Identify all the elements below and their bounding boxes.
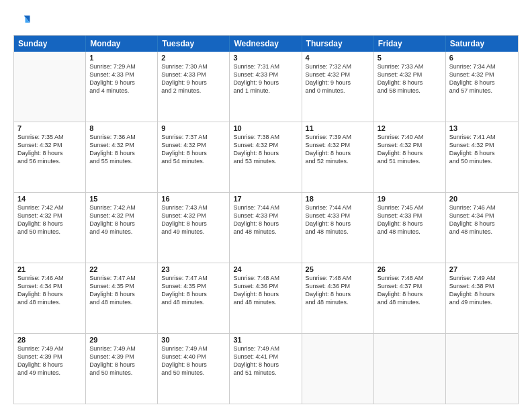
cell-line: Daylight: 8 hours [161, 220, 226, 228]
cell-line: Sunrise: 7:49 AM [17, 345, 82, 353]
day-cell-26: 26Sunrise: 7:48 AMSunset: 4:37 PMDayligh… [374, 263, 446, 333]
cell-line: Sunset: 4:40 PM [161, 353, 226, 361]
cell-line: Sunset: 4:32 PM [89, 141, 154, 149]
cell-line: Sunrise: 7:29 AM [89, 62, 154, 71]
cell-line: Sunrise: 7:43 AM [161, 203, 226, 212]
calendar-row-3: 21Sunrise: 7:46 AMSunset: 4:34 PMDayligh… [14, 263, 518, 333]
cell-line: Sunrise: 7:33 AM [378, 62, 442, 71]
cell-line: Daylight: 8 hours [89, 220, 154, 228]
cell-line: Sunrise: 7:44 AM [233, 203, 298, 212]
day-cell-14: 14Sunrise: 7:42 AMSunset: 4:32 PMDayligh… [14, 193, 86, 263]
cell-line: Sunrise: 7:44 AM [306, 203, 370, 212]
cell-line: and 57 minutes. [449, 87, 515, 95]
cell-line: Daylight: 8 hours [89, 149, 154, 157]
header [13, 12, 519, 31]
cell-line: Sunrise: 7:42 AM [17, 203, 82, 212]
day-number: 2 [161, 54, 226, 62]
cell-line: and 51 minutes. [378, 157, 442, 165]
day-number: 22 [89, 265, 154, 273]
cell-line: and 49 minutes. [161, 228, 226, 236]
cell-line: Sunset: 4:34 PM [17, 282, 82, 290]
day-number: 17 [233, 195, 298, 203]
day-cell-10: 10Sunrise: 7:38 AMSunset: 4:32 PMDayligh… [230, 122, 302, 192]
calendar-row-1: 7Sunrise: 7:35 AMSunset: 4:32 PMDaylight… [14, 122, 518, 192]
day-cell-21: 21Sunrise: 7:46 AMSunset: 4:34 PMDayligh… [14, 263, 86, 333]
cell-line: Sunrise: 7:49 AM [449, 274, 515, 282]
cell-line: Daylight: 8 hours [233, 220, 298, 228]
day-number: 10 [233, 124, 298, 132]
day-number: 3 [233, 54, 298, 62]
cell-line: Sunset: 4:32 PM [378, 141, 442, 149]
cell-line: Sunrise: 7:32 AM [306, 62, 370, 71]
day-cell-22: 22Sunrise: 7:47 AMSunset: 4:35 PMDayligh… [86, 263, 158, 333]
cell-line: and 1 minute. [233, 87, 298, 95]
day-number: 31 [233, 336, 298, 344]
day-cell-13: 13Sunrise: 7:41 AMSunset: 4:32 PMDayligh… [446, 122, 518, 192]
cell-line: and 48 minutes. [233, 298, 298, 306]
day-cell-24: 24Sunrise: 7:48 AMSunset: 4:36 PMDayligh… [230, 263, 302, 333]
cell-line: and 48 minutes. [161, 298, 226, 306]
cell-line: Sunrise: 7:34 AM [449, 62, 515, 71]
day-cell-30: 30Sunrise: 7:49 AMSunset: 4:40 PMDayligh… [158, 334, 230, 404]
cell-line: and 0 minutes. [306, 87, 370, 95]
header-day-sunday: Sunday [14, 36, 86, 52]
cell-line: and 49 minutes. [449, 298, 515, 306]
cell-line: Daylight: 8 hours [306, 220, 370, 228]
cell-line: Sunset: 4:36 PM [306, 282, 370, 290]
day-number: 9 [161, 124, 226, 132]
cell-line: Sunset: 4:32 PM [306, 71, 370, 79]
cell-line: and 48 minutes. [306, 228, 370, 236]
cell-line: and 48 minutes. [306, 298, 370, 306]
day-cell-3: 3Sunrise: 7:31 AMSunset: 4:33 PMDaylight… [230, 52, 302, 122]
cell-line: Sunset: 4:33 PM [378, 212, 442, 220]
day-number: 6 [449, 54, 515, 62]
calendar-body: 1Sunrise: 7:29 AMSunset: 4:33 PMDaylight… [14, 52, 518, 404]
cell-line: and 48 minutes. [378, 298, 442, 306]
day-cell-9: 9Sunrise: 7:37 AMSunset: 4:32 PMDaylight… [158, 122, 230, 192]
day-number: 25 [306, 265, 370, 273]
day-number: 23 [161, 265, 226, 273]
day-number: 12 [378, 124, 442, 132]
header-day-thursday: Thursday [302, 36, 374, 52]
cell-line: Daylight: 8 hours [17, 361, 82, 369]
cell-line: Daylight: 9 hours [161, 79, 226, 87]
cell-line: Sunrise: 7:47 AM [161, 274, 226, 282]
day-cell-29: 29Sunrise: 7:49 AMSunset: 4:39 PMDayligh… [86, 334, 158, 404]
cell-line: and 48 minutes. [378, 228, 442, 236]
page: SundayMondayTuesdayWednesdayThursdayFrid… [0, 0, 532, 411]
day-cell-16: 16Sunrise: 7:43 AMSunset: 4:32 PMDayligh… [158, 193, 230, 263]
cell-line: Sunset: 4:32 PM [89, 212, 154, 220]
day-cell-12: 12Sunrise: 7:40 AMSunset: 4:32 PMDayligh… [374, 122, 446, 192]
cell-line: Daylight: 8 hours [378, 220, 442, 228]
cell-line: Sunrise: 7:39 AM [306, 133, 370, 141]
cell-line: and 49 minutes. [17, 369, 82, 377]
cell-line: Daylight: 8 hours [378, 290, 442, 298]
cell-line: Sunset: 4:39 PM [89, 353, 154, 361]
day-number: 7 [17, 124, 82, 132]
cell-line: and 48 minutes. [449, 228, 515, 236]
cell-line: Sunset: 4:33 PM [233, 71, 298, 79]
cell-line: Daylight: 8 hours [306, 290, 370, 298]
day-number: 15 [89, 195, 154, 203]
day-number: 8 [89, 124, 154, 132]
empty-cell [302, 334, 374, 404]
day-cell-28: 28Sunrise: 7:49 AMSunset: 4:39 PMDayligh… [14, 334, 86, 404]
day-number: 26 [378, 265, 442, 273]
day-cell-1: 1Sunrise: 7:29 AMSunset: 4:33 PMDaylight… [86, 52, 158, 122]
day-cell-25: 25Sunrise: 7:48 AMSunset: 4:36 PMDayligh… [302, 263, 374, 333]
day-cell-23: 23Sunrise: 7:47 AMSunset: 4:35 PMDayligh… [158, 263, 230, 333]
cell-line: Sunset: 4:35 PM [161, 282, 226, 290]
cell-line: Sunrise: 7:49 AM [233, 345, 298, 353]
cell-line: and 50 minutes. [161, 369, 226, 377]
empty-cell [374, 334, 446, 404]
cell-line: and 48 minutes. [17, 298, 82, 306]
header-day-saturday: Saturday [446, 36, 518, 52]
day-cell-31: 31Sunrise: 7:49 AMSunset: 4:41 PMDayligh… [230, 334, 302, 404]
cell-line: Sunrise: 7:46 AM [17, 274, 82, 282]
cell-line: Sunset: 4:32 PM [17, 212, 82, 220]
cell-line: and 2 minutes. [161, 87, 226, 95]
cell-line: Sunrise: 7:37 AM [161, 133, 226, 141]
cell-line: Sunrise: 7:40 AM [378, 133, 442, 141]
cell-line: Daylight: 8 hours [449, 149, 515, 157]
day-cell-11: 11Sunrise: 7:39 AMSunset: 4:32 PMDayligh… [302, 122, 374, 192]
